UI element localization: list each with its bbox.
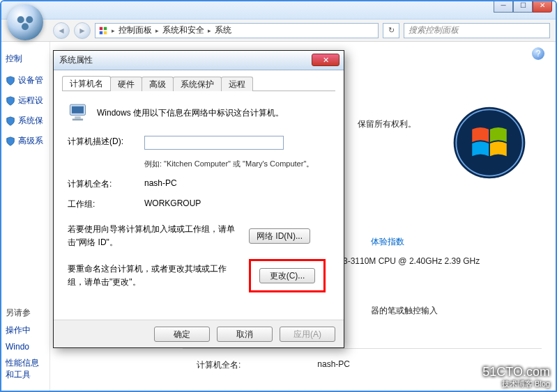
svg-point-7: [454, 107, 526, 179]
rights-text: 保留所有权利。: [358, 118, 416, 130]
dialog-title: 系统属性: [59, 54, 93, 66]
outer-close-button[interactable]: ✕: [533, 0, 552, 13]
description-label: 计算机描述(D):: [68, 136, 144, 150]
svg-rect-5: [100, 31, 102, 33]
breadcrumb-seg[interactable]: 系统: [213, 24, 234, 36]
shield-icon: [6, 96, 15, 106]
cancel-button[interactable]: 取消: [217, 327, 273, 342]
svg-rect-4: [104, 26, 107, 29]
search-input[interactable]: 搜索控制面板: [404, 23, 550, 38]
dialog-titlebar[interactable]: 系统属性 ✕: [54, 51, 344, 70]
sidebar-label: 系统保: [18, 115, 43, 127]
tab-hardware[interactable]: 硬件: [110, 77, 142, 91]
description-input[interactable]: [144, 136, 284, 150]
chevron-right-icon: ▸: [110, 27, 116, 34]
ok-button[interactable]: 确定: [154, 327, 210, 342]
sidebar-heading: 控制: [6, 53, 45, 65]
sidebar-item-advanced[interactable]: 高级系: [6, 135, 45, 147]
tab-remote[interactable]: 远程: [221, 77, 253, 91]
shield-path-icon: [98, 26, 108, 36]
dialog-footer: 确定 取消 应用(A): [54, 320, 344, 347]
nav-back-button[interactable]: ◄: [53, 22, 70, 39]
watermark-line2: 技术博客 Blog: [482, 379, 550, 388]
svg-rect-12: [73, 119, 83, 121]
refresh-button[interactable]: ↻: [383, 23, 399, 38]
address-bar: ◄ ► ▸ 控制面板 ▸ 系统和安全 ▸ 系统 ↻ 搜索控制面板: [1, 19, 556, 42]
svg-rect-11: [75, 116, 81, 118]
sidebar-item-remote[interactable]: 远程设: [6, 95, 45, 107]
outer-titlebar[interactable]: ─ ☐ ✕: [1, 1, 556, 19]
breadcrumb[interactable]: ▸ 控制面板 ▸ 系统和安全 ▸ 系统: [95, 23, 379, 38]
system-properties-dialog: 系统属性 ✕ 计算机名 硬件 高级 系统保护 远程 Windows 使用以下信息…: [53, 50, 344, 348]
shield-icon: [6, 116, 15, 126]
separator: [183, 348, 542, 349]
svg-rect-10: [72, 107, 84, 113]
sidebar: 控制 设备管 远程设 系统保 高级系 另请参 操作中 Windo 性能信息和工具: [1, 42, 50, 391]
svg-point-1: [26, 16, 33, 23]
shield-icon: [6, 76, 15, 86]
tab-computer-name[interactable]: 计算机名: [62, 76, 111, 91]
computer-name-label: 计算机全名:: [197, 359, 241, 371]
seealso-heading: 另请参: [6, 307, 45, 319]
fullname-value: nash-PC: [144, 178, 330, 190]
watermark-line1: 51CTO.com: [482, 366, 550, 379]
dialog-tabs: 计算机名 硬件 高级 系统保护 远程: [62, 76, 335, 91]
sidebar-label: 高级系: [18, 135, 43, 147]
nav-forward-button[interactable]: ►: [74, 22, 91, 39]
pen-touch-text: 器的笔或触控输入: [371, 305, 438, 317]
change-button[interactable]: 更改(C)...: [259, 268, 315, 283]
experience-index-link[interactable]: 体验指数: [371, 236, 404, 248]
seealso-link[interactable]: 性能信息和工具: [6, 357, 45, 381]
network-id-text: 若要使用向导将计算机加入域或工作组，请单击"网络 ID"。: [68, 223, 242, 249]
chevron-right-icon: ▸: [154, 27, 160, 34]
windows-logo-icon: [451, 104, 528, 181]
svg-rect-3: [100, 26, 102, 29]
svg-rect-6: [104, 31, 107, 33]
svg-point-0: [17, 16, 24, 23]
computer-name-value: nash-PC: [317, 359, 350, 371]
svg-point-2: [22, 23, 29, 30]
aero-orb-icon: [7, 4, 43, 40]
seealso-link[interactable]: 操作中: [6, 324, 45, 336]
sidebar-item-protection[interactable]: 系统保: [6, 115, 45, 127]
description-hint: 例如: "Kitchen Computer" 或 "Mary's Compute…: [144, 158, 330, 170]
sidebar-item-device-manager[interactable]: 设备管: [6, 75, 45, 86]
change-text: 要重命名这台计算机，或者更改其域或工作组，请单击"更改"。: [68, 262, 242, 289]
breadcrumb-seg[interactable]: 控制面板: [116, 24, 154, 36]
watermark: 51CTO.com 技术博客 Blog: [482, 366, 550, 388]
help-icon[interactable]: ?: [532, 47, 544, 60]
maximize-button[interactable]: ☐: [513, 0, 533, 13]
intro-text: Windows 使用以下信息在网络中标识这台计算机。: [97, 107, 284, 119]
minimize-button[interactable]: ─: [494, 0, 513, 13]
apply-button[interactable]: 应用(A): [280, 327, 335, 342]
shield-icon: [6, 136, 15, 146]
sidebar-label: 设备管: [18, 75, 43, 86]
seealso-link[interactable]: Windo: [6, 342, 45, 352]
tab-advanced[interactable]: 高级: [142, 77, 174, 91]
chevron-right-icon: ▸: [206, 27, 213, 34]
processor-value: ) i3-3110M CPU @ 2.40GHz 2.39 GHz: [336, 256, 480, 266]
dialog-close-button[interactable]: ✕: [312, 54, 339, 66]
workgroup-value: WORKGROUP: [144, 198, 330, 210]
workgroup-label: 工作组:: [68, 198, 144, 210]
tab-system-protection[interactable]: 系统保护: [173, 77, 222, 91]
breadcrumb-seg[interactable]: 系统和安全: [160, 24, 206, 36]
network-id-button[interactable]: 网络 ID(N)...: [249, 228, 310, 244]
highlight-annotation: 更改(C)...: [249, 259, 326, 292]
sidebar-label: 远程设: [18, 95, 43, 107]
fullname-label: 计算机全名:: [68, 178, 144, 190]
computer-icon: [68, 101, 91, 125]
